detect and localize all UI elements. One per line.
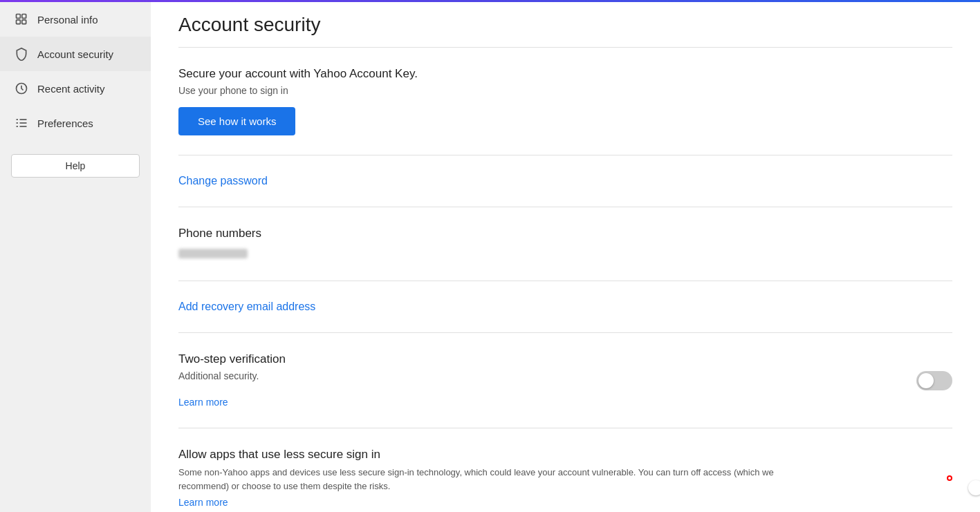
add-recovery-email-link[interactable]: Add recovery email address xyxy=(178,301,952,313)
person-icon xyxy=(14,12,29,27)
sidebar-item-recent-activity[interactable]: Recent activity xyxy=(0,71,151,106)
less-secure-description: Some non-Yahoo apps and devices use less… xyxy=(178,466,801,493)
main-content: Account security Secure your account wit… xyxy=(151,0,980,512)
page-title: Account security xyxy=(178,0,952,48)
less-secure-section: Allow apps that use less secure sign in … xyxy=(178,428,952,512)
sidebar-item-label: Personal info xyxy=(37,14,98,26)
phone-number-blurred xyxy=(178,249,248,258)
clock-icon xyxy=(14,81,29,96)
less-secure-title: Allow apps that use less secure sign in xyxy=(178,448,947,462)
two-step-learn-more[interactable]: Learn more xyxy=(178,397,228,408)
account-key-subtitle: Use your phone to sign in xyxy=(178,85,952,96)
sidebar-item-account-security[interactable]: Account security xyxy=(0,37,151,71)
two-step-slider xyxy=(916,371,952,390)
sidebar-item-label: Account security xyxy=(37,48,113,60)
svg-rect-3 xyxy=(22,20,26,24)
shield-icon xyxy=(14,46,29,61)
sidebar-item-preferences[interactable]: Preferences xyxy=(0,106,151,140)
two-step-toggle[interactable] xyxy=(916,371,952,390)
change-password-link[interactable]: Change password xyxy=(178,175,952,187)
sidebar-help: Help xyxy=(11,154,140,178)
two-step-title: Two-step verification xyxy=(178,352,916,366)
list-icon xyxy=(14,115,29,131)
two-step-row: Two-step verification Additional securit… xyxy=(178,352,952,408)
sidebar-nav: Personal info Account security Recent ac… xyxy=(0,2,151,140)
sidebar: Personal info Account security Recent ac… xyxy=(0,0,151,512)
svg-rect-1 xyxy=(17,20,21,24)
account-key-title: Secure your account with Yahoo Account K… xyxy=(178,67,952,81)
less-secure-learn-more[interactable]: Learn more xyxy=(178,497,228,508)
account-key-section: Secure your account with Yahoo Account K… xyxy=(178,48,952,155)
sidebar-item-personal-info[interactable]: Personal info xyxy=(0,2,151,37)
change-password-section: Change password xyxy=(178,155,952,207)
phone-numbers-title: Phone numbers xyxy=(178,227,952,240)
help-button[interactable]: Help xyxy=(11,154,140,178)
less-secure-toggle-highlight xyxy=(947,475,952,481)
svg-rect-0 xyxy=(17,15,21,19)
recovery-email-section: Add recovery email address xyxy=(178,281,952,333)
two-step-info: Two-step verification Additional securit… xyxy=(178,352,916,408)
less-secure-row: Allow apps that use less secure sign in … xyxy=(178,448,952,509)
sidebar-item-label: Preferences xyxy=(37,117,93,129)
see-how-it-works-button[interactable]: See how it works xyxy=(178,107,295,135)
svg-rect-2 xyxy=(22,15,26,19)
sidebar-item-label: Recent activity xyxy=(37,83,105,95)
two-step-subtitle: Additional security. xyxy=(178,370,916,381)
two-step-section: Two-step verification Additional securit… xyxy=(178,333,952,428)
phone-numbers-section: Phone numbers xyxy=(178,207,952,281)
less-secure-info: Allow apps that use less secure sign in … xyxy=(178,448,947,509)
